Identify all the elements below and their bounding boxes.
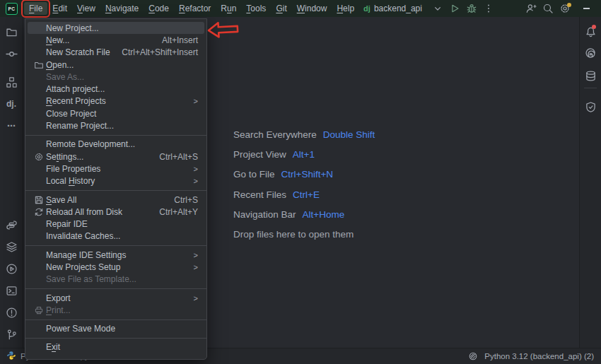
menubar-item-view[interactable]: View: [72, 2, 100, 15]
python-console-toolwindow-button[interactable]: [4, 217, 19, 233]
menu-item-new[interactable]: New...Alt+Insert: [28, 34, 204, 46]
menu-item-label: Open...: [46, 60, 74, 70]
menu-item-recent-projects[interactable]: Recent Projects>: [28, 95, 204, 107]
menubar-item-window[interactable]: Window: [292, 2, 332, 15]
submenu-arrow-icon: >: [194, 263, 198, 271]
menu-item-exit[interactable]: Exit: [28, 341, 204, 353]
menu-item-shortcut: Alt+Insert: [162, 35, 198, 45]
notification-dot: [592, 25, 596, 29]
menubar-item-file[interactable]: File: [24, 2, 47, 15]
menu-item-file-properties[interactable]: File Properties>: [28, 163, 204, 175]
editor-empty-state: Search EverywhereDouble ShiftProject Vie…: [233, 124, 375, 245]
menu-item-new-projects-setup[interactable]: New Projects Setup>: [28, 261, 204, 273]
menu-item-power-save-mode[interactable]: Power Save Mode: [28, 323, 204, 335]
minimize-button[interactable]: [576, 0, 597, 17]
submenu-arrow-icon: >: [194, 251, 198, 259]
menu-item-invalidate-caches[interactable]: Invalidate Caches...: [28, 230, 204, 242]
code-with-me-button[interactable]: [523, 1, 539, 16]
python-packages-toolwindow-button[interactable]: [4, 239, 19, 254]
menubar-item-code[interactable]: Code: [144, 2, 174, 15]
more-toolwindows-button[interactable]: ⋯: [4, 118, 19, 134]
database-toolwindow-button[interactable]: [583, 68, 598, 83]
menu-item-icon-slot: [32, 249, 46, 261]
structure-toolwindow-button[interactable]: [4, 74, 19, 90]
printer-icon: [32, 305, 46, 316]
menu-item-repair-ide[interactable]: Repair IDE: [28, 218, 204, 230]
menu-item-attach-project[interactable]: Attach project...: [28, 83, 204, 95]
menu-item-save-all[interactable]: Save AllCtrl+S: [28, 194, 204, 206]
shortcut-hint-recent-files: Recent FilesCtrl+E: [233, 184, 375, 204]
menu-separator: [25, 288, 206, 289]
menu-item-remote-development[interactable]: Remote Development...: [28, 139, 204, 151]
menu-item-rename-project[interactable]: Rename Project...: [28, 119, 204, 131]
menu-item-icon-slot: [32, 218, 46, 230]
menu-item-shortcut: Ctrl+Alt+S: [159, 152, 198, 162]
menu-item-icon-slot: [32, 341, 46, 353]
commit-toolwindow-button[interactable]: [4, 46, 19, 61]
ai-assistant-toolwindow-button[interactable]: [583, 46, 598, 61]
menu-item-export[interactable]: Export>: [28, 292, 204, 304]
menu-item-open[interactable]: Open...: [28, 59, 204, 71]
menu-item-shortcut: Ctrl+Alt+Shift+Insert: [122, 47, 198, 57]
annotation-red-box: [21, 0, 50, 18]
menu-item-label: Reload All from Disk: [46, 207, 122, 217]
menubar-item-git[interactable]: Git: [271, 2, 291, 15]
inspections-widget-icon[interactable]: [468, 351, 478, 361]
menubar-item-navigate[interactable]: Navigate: [100, 2, 144, 15]
menu-item-label: New Project...: [46, 23, 99, 33]
run-configuration-selector[interactable]: dj backend_api: [359, 2, 426, 15]
services-toolwindow-button[interactable]: [4, 261, 19, 276]
settings-button[interactable]: [556, 1, 573, 16]
maximize-button[interactable]: [597, 0, 601, 17]
python-interpreter-widget[interactable]: Python 3.12 (backend_api) (2): [484, 352, 594, 360]
menu-item-shortcut: Ctrl+S: [174, 195, 198, 205]
menu-item-settings[interactable]: Settings...Ctrl+Alt+S: [28, 151, 204, 163]
menu-item-reload-all-from-disk[interactable]: Reload All from DiskCtrl+Alt+Y: [28, 206, 204, 218]
menu-item-close-project[interactable]: Close Project: [28, 107, 204, 119]
minimize-icon: [583, 8, 590, 8]
menubar: FileEditViewNavigateCodeRefactorRunTools…: [24, 2, 359, 15]
search-everywhere-button[interactable]: [539, 1, 556, 16]
menu-item-label: File Properties: [46, 164, 100, 174]
menu-item-label: Rename Project...: [46, 121, 114, 131]
menu-separator: [25, 338, 206, 339]
menu-item-label: Print...: [46, 305, 71, 315]
notifications-button[interactable]: [583, 24, 598, 40]
menu-item-label: Invalidate Caches...: [46, 231, 120, 241]
menu-item-icon-slot: [32, 323, 46, 334]
terminal-toolwindow-button[interactable]: [4, 283, 19, 298]
menubar-item-refactor[interactable]: Refactor: [174, 2, 216, 15]
django-structure-toolwindow-button[interactable]: dj.: [4, 96, 19, 112]
menu-item-icon-slot: [32, 23, 46, 34]
menubar-item-edit[interactable]: Edit: [47, 2, 72, 15]
coverage-toolwindow-button[interactable]: [583, 99, 598, 115]
menubar-item-run[interactable]: Run: [216, 2, 241, 15]
floppy-icon: [32, 194, 46, 206]
menu-item-label: Save As...: [46, 72, 84, 82]
menu-item-new-project[interactable]: New Project...: [28, 22, 204, 34]
problems-toolwindow-button[interactable]: [4, 305, 19, 320]
shortcut-hint-search-everywhere: Search EverywhereDouble Shift: [233, 124, 375, 144]
menu-item-label: New Scratch File: [46, 47, 110, 57]
menubar-item-help[interactable]: Help: [332, 2, 359, 15]
menu-item-label: Repair IDE: [46, 219, 88, 229]
menu-item-label: Power Save Mode: [46, 324, 115, 334]
debug-button[interactable]: [463, 1, 480, 16]
menu-item-new-scratch-file[interactable]: New Scratch FileCtrl+Alt+Shift+Insert: [28, 47, 204, 59]
menu-item-label: Manage IDE Settings: [46, 250, 126, 260]
titlebar: PC FileEditViewNavigateCodeRefactorRunTo…: [0, 0, 601, 17]
menu-item-save-as: Save As...: [28, 71, 204, 83]
submenu-arrow-icon: >: [194, 165, 198, 173]
shortcut-hint-project-view: Project ViewAlt+1: [233, 144, 375, 164]
menu-item-shortcut: Ctrl+Alt+Y: [159, 207, 198, 217]
more-actions-button[interactable]: [480, 1, 497, 16]
project-toolwindow-button[interactable]: [4, 24, 19, 40]
menubar-item-tools[interactable]: Tools: [241, 2, 271, 15]
menu-item-icon-slot: [32, 47, 46, 58]
git-toolwindow-button[interactable]: [4, 327, 19, 342]
menu-item-manage-ide-settings[interactable]: Manage IDE Settings>: [28, 249, 204, 261]
python-file-icon: [6, 351, 16, 362]
run-config-chevron-icon[interactable]: [429, 1, 446, 16]
run-button[interactable]: [446, 1, 463, 16]
menu-item-local-history[interactable]: Local History>: [28, 175, 204, 187]
